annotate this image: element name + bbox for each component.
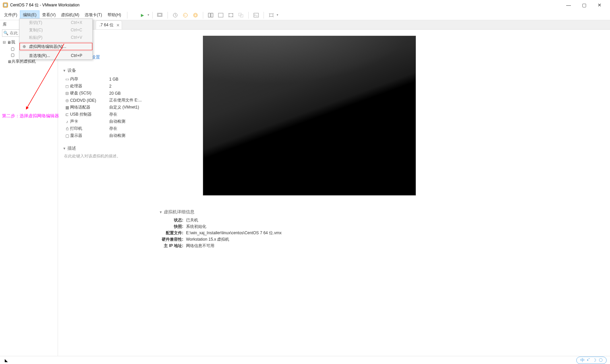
device-name: CD/DVD (IDE) [70, 98, 109, 103]
device-icon: ◻ [64, 84, 70, 89]
stretch-dropdown-icon[interactable]: ▼ [276, 13, 279, 17]
device-row[interactable]: ▭内存1 GB [64, 75, 153, 83]
svg-rect-15 [270, 14, 273, 17]
maximize-button[interactable]: ▢ [576, 0, 592, 10]
detail-row: 硬件兼容性:Workstation 15.x 虚拟机 [159, 236, 607, 243]
section-details[interactable]: ▼ 虚拟机详细信息 [159, 209, 607, 215]
collapse-arrow-icon: ▼ [63, 147, 66, 150]
menu-vm[interactable]: 虚拟机(M) [58, 11, 82, 19]
menu-item-copy[interactable]: 复制(C) Ctrl+C [20, 26, 92, 34]
tab-bar: .7 64 位 ✕ [58, 20, 610, 30]
status-icon-group: 中 •ˇ ☽ ⎔ [576, 357, 607, 364]
toolbar-separator [167, 12, 168, 19]
device-name: 网络适配器 [70, 104, 109, 110]
detail-row: 配置文件:E:\win_xaj_Installer\linux\centos\C… [159, 230, 607, 236]
tree-label: 我 [11, 39, 15, 45]
view-unity-button[interactable] [236, 11, 246, 19]
status-corner-icon: ◣ [5, 358, 8, 363]
menu-item-virtual-network-editor[interactable]: ⊕ 虚拟网络编辑器(N)... [20, 43, 92, 50]
vm-icon: ▢ [11, 53, 14, 57]
status-icon-ime[interactable]: 中 [579, 357, 585, 363]
menu-file[interactable]: 文件(F) [1, 11, 20, 19]
tab-vm[interactable]: .7 64 位 ✕ [96, 21, 122, 29]
device-value: 自定义 (VMnet1) [109, 104, 139, 110]
menu-item-preferences[interactable]: 首选项(R)... Ctrl+P [20, 52, 92, 59]
device-name: 打印机 [70, 126, 109, 131]
svg-rect-8 [208, 13, 210, 17]
device-icon: ◎ [64, 98, 70, 103]
menu-tabs[interactable]: 选项卡(T) [82, 11, 104, 19]
menu-item-shortcut: Ctrl+P [71, 53, 82, 58]
stretch-button[interactable] [267, 11, 276, 19]
power-dropdown-icon[interactable]: ▼ [147, 13, 150, 17]
app-icon [3, 2, 8, 8]
menu-item-shortcut: Ctrl+C [71, 28, 82, 32]
section-devices[interactable]: ▼ 设备 [63, 67, 153, 73]
console-button[interactable] [251, 11, 261, 19]
svg-rect-1 [4, 4, 7, 6]
menu-item-cut[interactable]: 剪切(T) Ctrl+X [20, 19, 92, 26]
device-row[interactable]: ◻处理器2 [64, 83, 153, 90]
menu-separator [127, 12, 127, 19]
detail-label: 配置文件: [159, 230, 183, 236]
snapshot-button[interactable] [171, 11, 180, 19]
detail-value: 系统初始化 [186, 224, 206, 230]
tab-label: .7 64 位 [99, 22, 114, 28]
view-single-button[interactable] [216, 11, 225, 19]
menu-help[interactable]: 帮助(H) [105, 11, 124, 19]
view-thumbnail-button[interactable] [206, 11, 215, 19]
search-icon: 🔍 [3, 31, 8, 35]
power-on-button[interactable]: ▶ [138, 11, 147, 19]
menu-item-shortcut: Ctrl+X [71, 20, 82, 25]
menu-item-shortcut: Ctrl+V [71, 35, 82, 40]
toolbar-separator [152, 12, 153, 19]
send-ctrl-alt-del-button[interactable] [155, 11, 165, 19]
tab-close-icon[interactable]: ✕ [116, 23, 120, 28]
status-icon-moon[interactable]: ☽ [591, 358, 598, 363]
device-icon: ⎙ [64, 126, 70, 131]
status-icon-punct[interactable]: •ˇ [585, 358, 591, 363]
device-row[interactable]: ⊟硬盘 (SCSI)20 GB [64, 90, 153, 97]
close-button[interactable]: ✕ [592, 0, 607, 10]
menu-edit[interactable]: 编辑(E) [20, 10, 39, 20]
device-row[interactable]: ♪声卡自动检测 [64, 118, 153, 125]
edit-dropdown-menu: 剪切(T) Ctrl+X 复制(C) Ctrl+C 粘贴(P) Ctrl+V ⊕… [19, 19, 93, 60]
device-value: 20 GB [109, 91, 121, 96]
status-icon-tool[interactable]: ⎔ [598, 358, 604, 363]
svg-rect-3 [158, 14, 161, 16]
device-icon: ▦ [64, 105, 70, 110]
svg-point-6 [193, 13, 197, 17]
svg-rect-14 [254, 13, 258, 17]
svg-point-5 [183, 13, 187, 17]
collapse-arrow-icon: ▼ [159, 210, 162, 214]
annotation-text: 第二步：选择虚拟网络编辑器 [2, 113, 59, 119]
device-value: 1 GB [109, 77, 118, 82]
device-name: 内存 [70, 76, 109, 82]
snapshot-revert-button[interactable] [181, 11, 190, 19]
globe-icon: ⊕ [22, 44, 27, 49]
section-label: 描述 [67, 145, 76, 151]
title-bar: CentOS 7 64 位 - VMware Workstation — ▢ ✕ [0, 0, 610, 10]
device-row[interactable]: ▦网络适配器自定义 (VMnet1) [64, 104, 153, 111]
vm-display-area: ▼ 虚拟机详细信息 状态:已关机快照:系统初始化配置文件:E:\win_xaj_… [156, 30, 610, 356]
section-label: 设备 [67, 67, 76, 73]
menu-view[interactable]: 查看(V) [39, 11, 58, 19]
menu-divider [20, 42, 92, 42]
device-row[interactable]: ⎙打印机存在 [64, 125, 153, 132]
menu-item-paste[interactable]: 粘贴(P) Ctrl+V [20, 34, 92, 41]
vm-summary-panel: ▦ 编辑虚拟机设置 ▼ 设备 ▭内存1 GB◻处理器2⊟硬盘 (SCSI)20 … [58, 30, 156, 356]
detail-value: Workstation 15.x 虚拟机 [186, 237, 229, 242]
view-fullscreen-button[interactable] [226, 11, 236, 19]
device-row[interactable]: ◎CD/DVD (IDE)正在使用文件 E:... [64, 97, 153, 104]
snapshot-manage-button[interactable] [191, 11, 200, 19]
device-row[interactable]: ⊏USB 控制器存在 [64, 111, 153, 118]
vm-icon: ▢ [11, 47, 14, 51]
detail-label: 状态: [159, 217, 183, 223]
description-placeholder[interactable]: 在此处键入对该虚拟机的描述。 [64, 153, 153, 159]
menu-item-label: 复制(C) [29, 27, 43, 33]
section-description[interactable]: ▼ 描述 [63, 145, 153, 151]
device-row[interactable]: ▢显示器自动检测 [64, 132, 153, 139]
device-name: 显示器 [70, 133, 109, 139]
toolbar-separator [264, 12, 264, 19]
minimize-button[interactable]: — [561, 0, 576, 10]
